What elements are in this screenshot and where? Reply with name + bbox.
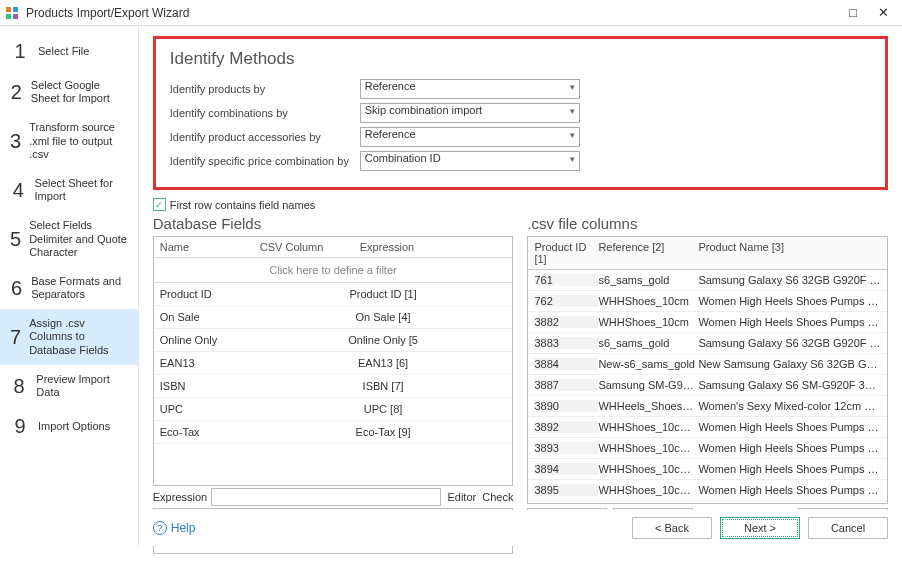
identify-select[interactable]: Reference	[360, 127, 580, 147]
cancel-button[interactable]: Cancel	[808, 517, 888, 539]
footer: ? Help < Back Next > Cancel	[139, 510, 902, 546]
csv-row[interactable]: 3892WHHShoes_10cm_1Women High Heels Shoe…	[528, 417, 887, 438]
step-label: Select Fields Delimiter and Quote Charac…	[29, 219, 128, 259]
wizard-step-4[interactable]: 4Select Sheet for Import	[0, 169, 138, 211]
step-label: Base Formats and Separators	[31, 275, 128, 301]
identify-methods-panel: Identify Methods Identify products byRef…	[153, 36, 888, 190]
step-number: 4	[10, 179, 27, 202]
step-number: 7	[10, 326, 21, 349]
db-fields-heading: Database Fields	[153, 215, 514, 232]
app-icon	[4, 5, 20, 21]
wizard-steps-sidebar: 1Select File2Select Google Sheet for Imp…	[0, 26, 139, 546]
db-field-row[interactable]: Product IDProduct ID [1]	[154, 283, 513, 306]
next-button[interactable]: Next >	[720, 517, 800, 539]
db-field-row[interactable]: Online OnlyOnline Only [5	[154, 329, 513, 352]
db-field-row[interactable]: Eco-TaxEco-Tax [9]	[154, 421, 513, 444]
svg-rect-1	[13, 7, 18, 12]
step-label: Transform source .xml file to output .cs…	[29, 121, 128, 161]
db-field-row[interactable]: EAN13EAN13 [6]	[154, 352, 513, 375]
step-label: Select Google Sheet for Import	[31, 79, 128, 105]
identify-heading: Identify Methods	[170, 49, 871, 69]
svg-rect-2	[6, 14, 11, 19]
csv-row[interactable]: 3882WHHShoes_10cmWomen High Heels Shoes …	[528, 312, 887, 333]
help-link[interactable]: ? Help	[153, 521, 196, 535]
check-button[interactable]: Check	[482, 491, 513, 503]
step-number: 2	[10, 81, 23, 104]
step-number: 8	[10, 375, 28, 398]
identify-select[interactable]: Skip combination import	[360, 103, 580, 123]
editor-button[interactable]: Editor	[447, 491, 476, 503]
csv-row[interactable]: 3895WHHShoes_10cm_14Women High Heels Sho…	[528, 480, 887, 501]
wizard-step-6[interactable]: 6Base Formats and Separators	[0, 267, 138, 309]
db-field-row[interactable]: UPCUPC [8]	[154, 398, 513, 421]
step-number: 5	[10, 228, 21, 251]
step-number: 9	[10, 415, 30, 438]
db-field-row[interactable]: ISBNISBN [7]	[154, 375, 513, 398]
csv-row[interactable]: 3883s6_sams_goldSamsung Galaxy S6 32GB G…	[528, 333, 887, 354]
wizard-step-7[interactable]: 7Assign .csv Columns to Database Fields	[0, 309, 138, 365]
expression-input[interactable]	[211, 488, 441, 506]
csv-row[interactable]: 3884New-s6_sams_goldNew Samsung Galaxy S…	[528, 354, 887, 375]
wizard-step-8[interactable]: 8Preview Import Data	[0, 365, 138, 407]
first-row-checkbox-row[interactable]: ✓ First row contains field names	[153, 198, 888, 211]
wizard-step-9[interactable]: 9Import Options	[0, 407, 138, 446]
csv-row[interactable]: 3893WHHShoes_10cm_12Women High Heels Sho…	[528, 438, 887, 459]
db-field-row[interactable]: On SaleOn Sale [4]	[154, 306, 513, 329]
step-label: Assign .csv Columns to Database Fields	[29, 317, 128, 357]
step-label: Select Sheet for Import	[35, 177, 128, 203]
step-label: Import Options	[38, 420, 110, 433]
identify-label: Identify specific price combination by	[170, 155, 360, 167]
csv-columns-table[interactable]: Product ID [1] Reference [2] Product Nam…	[527, 236, 888, 504]
identify-label: Identify product accessories by	[170, 131, 360, 143]
csv-row[interactable]: 3887Samsung SM-G920FSamsung Galaxy S6 SM…	[528, 375, 887, 396]
expression-label: Expression	[153, 491, 207, 503]
first-row-label: First row contains field names	[170, 199, 316, 211]
step-label: Select File	[38, 45, 89, 58]
back-button[interactable]: < Back	[632, 517, 712, 539]
identify-label: Identify combinations by	[170, 107, 360, 119]
close-button[interactable]: ✕	[868, 5, 898, 20]
database-fields-table[interactable]: Name CSV Column Expression Click here to…	[153, 236, 514, 486]
step-number: 1	[10, 40, 30, 63]
step-number: 6	[10, 277, 23, 300]
step-number: 3	[10, 130, 21, 153]
db-head: Name CSV Column Expression	[154, 237, 513, 258]
csv-row[interactable]: 3894WHHShoes_10cm_13Women High Heels Sho…	[528, 459, 887, 480]
wizard-step-3[interactable]: 3Transform source .xml file to output .c…	[0, 113, 138, 169]
csv-columns-heading: .csv file columns	[527, 215, 888, 232]
help-icon: ?	[153, 521, 167, 535]
csv-row[interactable]: 762WHHShoes_10cmWomen High Heels Shoes P…	[528, 291, 887, 312]
identify-select[interactable]: Reference	[360, 79, 580, 99]
wizard-step-1[interactable]: 1Select File	[0, 32, 138, 71]
csv-row[interactable]: 761s6_sams_goldSamsung Galaxy S6 32GB G9…	[528, 270, 887, 291]
step-label: Preview Import Data	[36, 373, 127, 399]
csv-row[interactable]: 3890WHHeels_Shoes_12cmWomen's Sexy Mixed…	[528, 396, 887, 417]
svg-rect-0	[6, 7, 11, 12]
titlebar: Products Import/Export Wizard □ ✕	[0, 0, 902, 26]
wizard-step-5[interactable]: 5Select Fields Delimiter and Quote Chara…	[0, 211, 138, 267]
wizard-step-2[interactable]: 2Select Google Sheet for Import	[0, 71, 138, 113]
identify-label: Identify products by	[170, 83, 360, 95]
checkbox-icon[interactable]: ✓	[153, 198, 166, 211]
svg-rect-3	[13, 14, 18, 19]
window-title: Products Import/Export Wizard	[26, 6, 838, 20]
db-filter-hint[interactable]: Click here to define a filter	[154, 258, 513, 283]
maximize-button[interactable]: □	[838, 5, 868, 20]
csv-head: Product ID [1] Reference [2] Product Nam…	[528, 237, 887, 270]
identify-select[interactable]: Combination ID	[360, 151, 580, 171]
